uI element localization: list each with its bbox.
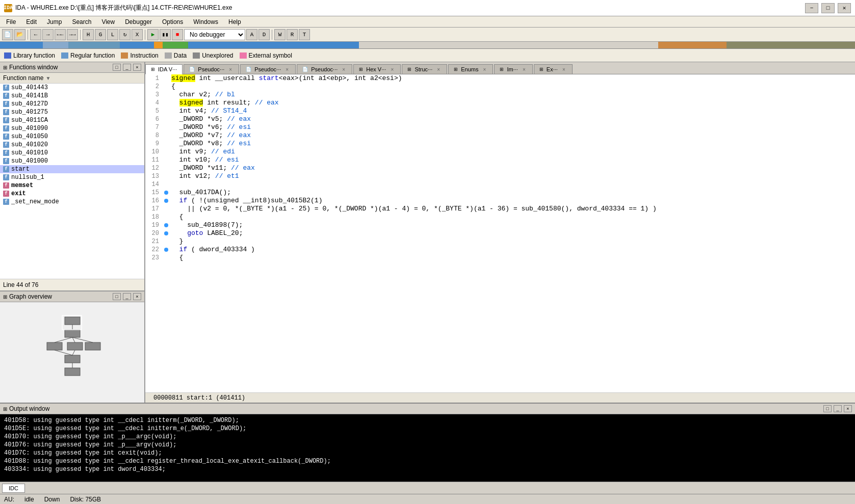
toolbar-hex[interactable]: H	[83, 29, 94, 40]
graph-canvas[interactable]	[0, 302, 144, 403]
code-line-22[interactable]: 22 if ( dword_403334 )	[145, 246, 855, 254]
code-line-20[interactable]: 20 goto LABEL_20;	[145, 229, 855, 237]
func-sub401020[interactable]: f sub_401020	[0, 141, 144, 149]
menu-debugger[interactable]: Debugger	[121, 17, 156, 26]
tab-struc[interactable]: ⊞ Struc··· ×	[402, 64, 447, 74]
nav-seg-3[interactable]	[68, 42, 120, 48]
code-line-14[interactable]: 14	[145, 180, 855, 189]
func-sub40127d[interactable]: f sub_40127D	[0, 100, 144, 108]
func-set-new-mode[interactable]: f _set_new_mode	[0, 198, 144, 206]
toolbar-open[interactable]: 📂	[14, 29, 25, 40]
functions-restore[interactable]: □	[113, 64, 121, 71]
tab-p1-close[interactable]: ×	[227, 66, 234, 72]
tab-ida-view[interactable]: ⊞ IDA V···	[145, 64, 183, 74]
tab-enums[interactable]: ⊞ Enums ×	[448, 64, 493, 74]
toolbar-forward[interactable]: →	[42, 29, 54, 40]
func-start[interactable]: f start	[0, 165, 144, 173]
menu-jump[interactable]: Jump	[43, 17, 66, 26]
code-line-16[interactable]: 16 if ( !(unsigned __int8)sub_4015B2(1)	[145, 197, 855, 205]
menu-search[interactable]: Search	[68, 17, 95, 26]
func-sub401275[interactable]: f sub_401275	[0, 108, 144, 116]
minimize-button[interactable]: −	[805, 3, 818, 13]
menu-windows[interactable]: Windows	[189, 17, 222, 26]
toolbar-trace[interactable]: T	[299, 29, 310, 40]
code-line-11[interactable]: 11 int v10; // esi	[145, 156, 855, 164]
code-line-6[interactable]: 6 _DWORD *v5; // eax	[145, 115, 855, 123]
function-list[interactable]: f sub_401443 f sub_40141B f sub_40127D f…	[0, 84, 144, 279]
func-sub401050[interactable]: f sub_401050	[0, 132, 144, 141]
tab-im-close[interactable]: ×	[521, 66, 527, 72]
toolbar-watch[interactable]: W	[274, 29, 286, 40]
func-sub401000[interactable]: f sub_401000	[0, 157, 144, 165]
code-content[interactable]: 1 signed int __usercall start<eax>(int a…	[145, 74, 855, 392]
nav-seg-5[interactable]	[154, 42, 163, 48]
functions-minimize[interactable]: _	[123, 64, 131, 71]
code-line-7[interactable]: 7 _DWORD *v6; // esi	[145, 123, 855, 131]
output-content[interactable]: 401D58: using guessed type int __cdecl i…	[0, 414, 855, 482]
menu-file[interactable]: File	[2, 17, 20, 26]
tab-p2-close[interactable]: ×	[284, 66, 290, 72]
toolbar-refresh[interactable]: ↻	[119, 29, 131, 40]
code-line-2[interactable]: 2 {	[145, 83, 855, 91]
nav-seg-10[interactable]	[727, 42, 855, 48]
tab-enums-close[interactable]: ×	[481, 66, 487, 72]
output-minimize[interactable]: _	[834, 405, 842, 412]
toolbar-new[interactable]: 📄	[2, 29, 13, 40]
menu-view[interactable]: View	[97, 17, 119, 26]
toolbar-xref[interactable]: X	[132, 29, 143, 40]
func-sub401443[interactable]: f sub_401443	[0, 84, 144, 92]
output-restore[interactable]: □	[823, 405, 832, 412]
toolbar-stop[interactable]: ■	[172, 29, 183, 40]
code-line-9[interactable]: 9 _DWORD *v8; // esi	[145, 140, 855, 148]
code-line-18[interactable]: 18 {	[145, 213, 855, 221]
code-line-10[interactable]: 10 int v9; // edi	[145, 148, 855, 156]
toolbar-pause[interactable]: ▮▮	[160, 29, 171, 40]
nav-seg-9[interactable]	[658, 42, 727, 48]
code-line-4[interactable]: 4 signed int result; // eax	[145, 99, 855, 107]
func-sub401090[interactable]: f sub_401090	[0, 124, 144, 132]
code-line-17[interactable]: 17 || (v2 = 0, *(_BYTE *)(a1 - 25) = 0, …	[145, 205, 855, 213]
toolbar-graph[interactable]: G	[95, 29, 106, 40]
menu-help[interactable]: Help	[224, 17, 245, 26]
code-line-3[interactable]: 3 char v2; // bl	[145, 91, 855, 99]
btab-idc[interactable]: IDC	[2, 484, 25, 493]
functions-close[interactable]: ×	[133, 64, 141, 71]
toolbar-start[interactable]: ▶	[147, 29, 159, 40]
tab-pseudoc1[interactable]: 📄 Pseudoc··· ×	[184, 64, 239, 74]
tab-hex[interactable]: ⊞ Hex V··· ×	[353, 64, 401, 74]
func-exit[interactable]: f exit	[0, 190, 144, 198]
tab-pseudoc2[interactable]: 📄 Pseudoc··· ×	[240, 64, 296, 74]
nav-seg-4[interactable]	[120, 42, 154, 48]
tab-hex-close[interactable]: ×	[389, 66, 395, 72]
output-close[interactable]: ×	[844, 405, 852, 412]
nav-seg-2[interactable]	[43, 42, 68, 48]
toolbar-fwd2[interactable]: →→	[67, 29, 78, 40]
func-nullsub1[interactable]: f nullsub_1	[0, 173, 144, 181]
code-line-12[interactable]: 12 _DWORD *v11; // eax	[145, 164, 855, 172]
tab-struc-close[interactable]: ×	[435, 66, 442, 72]
func-memset[interactable]: f memset	[0, 181, 144, 190]
func-sub4011ca[interactable]: f sub_4011CA	[0, 116, 144, 124]
toolbar-attach[interactable]: A	[246, 29, 257, 40]
tab-p3-close[interactable]: ×	[341, 66, 347, 72]
code-line-19[interactable]: 19 sub_401898(7);	[145, 221, 855, 229]
close-button[interactable]: ✕	[838, 3, 851, 13]
code-line-23[interactable]: 23 {	[145, 254, 855, 262]
graph-close[interactable]: ×	[133, 293, 141, 300]
code-line-15[interactable]: 15 sub_4017DA();	[145, 189, 855, 197]
nav-seg-1[interactable]	[0, 42, 43, 48]
code-line-21[interactable]: 21 }	[145, 237, 855, 246]
debugger-select[interactable]: No debugger	[184, 29, 245, 40]
toolbar-reg[interactable]: R	[287, 29, 298, 40]
nav-seg-7[interactable]	[188, 42, 359, 48]
func-sub40141b[interactable]: f sub_40141B	[0, 92, 144, 100]
menu-options[interactable]: Options	[158, 17, 187, 26]
tab-ex-close[interactable]: ×	[561, 66, 567, 72]
code-line-5[interactable]: 5 int v4; // ST14_4	[145, 107, 855, 115]
tab-im[interactable]: ⊞ Im··· ×	[494, 64, 532, 74]
code-line-8[interactable]: 8 _DWORD *v7; // eax	[145, 131, 855, 140]
code-line-13[interactable]: 13 int v12; // et1	[145, 172, 855, 180]
nav-seg-6[interactable]	[163, 42, 188, 48]
tab-pseudoc3[interactable]: 📄 Pseudoc··· ×	[297, 64, 352, 74]
toolbar-back2[interactable]: ←←	[55, 29, 66, 40]
